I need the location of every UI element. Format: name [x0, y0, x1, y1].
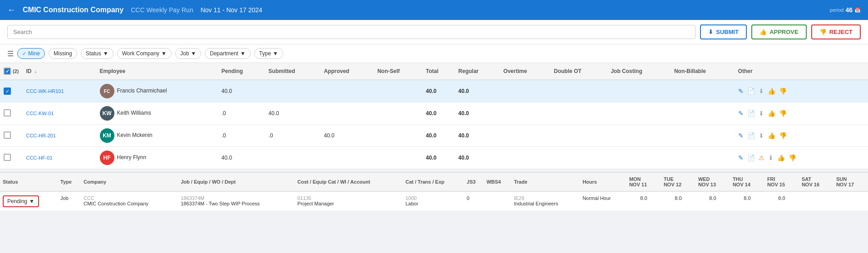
approve-button[interactable]: 👍 APPROVE	[751, 24, 807, 39]
filter-missing[interactable]: Missing	[49, 48, 77, 59]
row-checkbox[interactable]	[4, 131, 11, 139]
period-label: period	[830, 7, 844, 13]
cell-non_self	[374, 125, 422, 147]
filter-icon[interactable]: ☰	[7, 49, 14, 58]
download-button[interactable]: ⬇	[759, 110, 764, 117]
table-row: CCC-KW-01KWKeith Williams.040.040.040.0✎…	[0, 102, 868, 125]
cell-total: 40.0	[422, 80, 455, 102]
select-all-checkbox[interactable]: ✓	[4, 68, 11, 75]
detail-col-js3: JS3	[464, 173, 484, 191]
detail-col-fri: FRINOV 15	[764, 173, 799, 191]
approve-button[interactable]: 👍	[768, 88, 775, 95]
action-cell: ✎📄⬇👍👎	[735, 125, 868, 147]
row-checkbox[interactable]	[4, 154, 11, 161]
employees-table: ✓ (2) ID ↓ Employee Pending Submitted Ap…	[0, 63, 868, 169]
detail-wbs4	[484, 191, 512, 211]
status-dropdown[interactable]: Pending ▼	[3, 195, 39, 207]
row-checkbox[interactable]	[4, 109, 11, 117]
cell-job_costing	[607, 102, 671, 125]
reject-button[interactable]: 👎 REJECT	[811, 24, 861, 39]
chevron-down-icon: ▼	[191, 50, 196, 57]
edit-button[interactable]: ✎	[738, 110, 744, 117]
detail-type: Job	[58, 191, 81, 211]
date-range: Nov 11 - Nov 17 2024	[201, 6, 262, 14]
reject-button[interactable]: 👎	[779, 88, 787, 95]
filter-type[interactable]: Type ▼	[254, 48, 283, 59]
report-button[interactable]: 📄	[747, 154, 755, 161]
detail-col-type: Type	[58, 173, 81, 191]
detail-js3: 0	[464, 191, 484, 211]
detail-day-tue: 8.0	[661, 191, 695, 211]
thumbs-up-icon: 👍	[760, 29, 767, 35]
cell-non_billable	[671, 80, 735, 102]
detail-col-wbs4: WBS4	[484, 173, 512, 191]
detail-day-mon: 8.0	[626, 191, 661, 211]
cell-pending: 40.0	[218, 80, 265, 102]
filter-mine[interactable]: ✓ Mine	[17, 48, 45, 59]
download-button[interactable]: ⬇	[759, 132, 764, 139]
filter-work-company[interactable]: Work Company ▼	[117, 48, 172, 59]
cell-overtime	[500, 80, 550, 102]
col-id: ID ↓	[22, 63, 96, 80]
cell-overtime	[500, 125, 550, 147]
chevron-icon: ▼	[29, 198, 35, 204]
report-button[interactable]: 📄	[747, 110, 755, 117]
calendar-icon[interactable]: 📅	[854, 7, 861, 13]
cell-double_ot	[550, 80, 607, 102]
col-regular: Regular	[455, 63, 500, 80]
col-employee: Employee	[96, 63, 218, 80]
detail-col-trade: Trade	[511, 173, 580, 191]
detail-status-cell: Pending ▼	[0, 191, 58, 211]
filter-department[interactable]: Department ▼	[205, 48, 251, 59]
reject-button[interactable]: 👎	[779, 132, 787, 139]
download-button[interactable]: ⬇	[759, 88, 764, 95]
cell-total: 40.0	[422, 102, 455, 125]
header-checkbox-cell: ✓ (2)	[0, 63, 22, 80]
edit-button[interactable]: ✎	[738, 132, 744, 139]
chevron-down-icon: ▼	[103, 50, 108, 57]
reject-button[interactable]: 👎	[779, 110, 787, 117]
edit-button[interactable]: ✎	[738, 154, 744, 161]
reject-button[interactable]: 👎	[789, 154, 796, 161]
detail-col-status: Status	[0, 173, 58, 191]
cell-non_self	[374, 80, 422, 102]
download-button[interactable]: ⬇	[768, 154, 774, 161]
employee-name: Francis Charmichael	[117, 88, 167, 94]
top-header: ← CMIC Construction Company CCC Weekly P…	[0, 0, 868, 20]
employee-id: CCC-KW-01	[22, 102, 96, 125]
approve-button[interactable]: 👍	[777, 154, 785, 161]
submit-icon: ⬇	[708, 29, 713, 35]
cell-double_ot	[550, 147, 607, 169]
approve-button[interactable]: 👍	[768, 132, 775, 139]
report-button[interactable]: 📄	[747, 88, 755, 95]
employee-name-cell: HFHenry Flynn	[96, 147, 218, 169]
col-total: Total	[422, 63, 455, 80]
cell-submitted	[265, 147, 320, 169]
detail-col-tue: TUENOV 12	[661, 173, 695, 191]
back-button[interactable]: ←	[7, 5, 15, 15]
filter-status[interactable]: Status ▼	[81, 48, 113, 59]
cell-approved	[320, 147, 374, 169]
cell-job_costing	[607, 125, 671, 147]
chevron-down-icon: ▼	[273, 50, 278, 57]
detail-col-job: Job / Equip / WO / Dept	[178, 173, 295, 191]
check-icon: ✓	[22, 51, 26, 57]
detail-day-thu: 8.0	[730, 191, 764, 211]
employee-id: CCC-HR-201	[22, 125, 96, 147]
detail-col-sat: SATNOV 16	[799, 173, 833, 191]
detail-col-wed: WEDNOV 13	[695, 173, 730, 191]
submit-button[interactable]: ⬇ SUBMIT	[700, 24, 747, 39]
filter-job[interactable]: Job ▼	[175, 48, 201, 59]
table-row: ✓CCC-WK-HR101FCFrancis Charmichael40.040…	[0, 80, 868, 102]
employee-name: Keith Williams	[117, 110, 151, 116]
search-input[interactable]	[7, 25, 695, 39]
col-other: Other	[735, 63, 868, 80]
row-checkbox[interactable]: ✓	[4, 88, 11, 95]
edit-button[interactable]: ✎	[738, 88, 744, 95]
cell-submitted	[265, 80, 320, 102]
cell-submitted: .0	[265, 125, 320, 147]
approve-button[interactable]: 👍	[768, 110, 775, 117]
detail-day-sun	[833, 191, 868, 211]
cell-job_costing	[607, 80, 671, 102]
report-button[interactable]: 📄	[747, 132, 755, 139]
